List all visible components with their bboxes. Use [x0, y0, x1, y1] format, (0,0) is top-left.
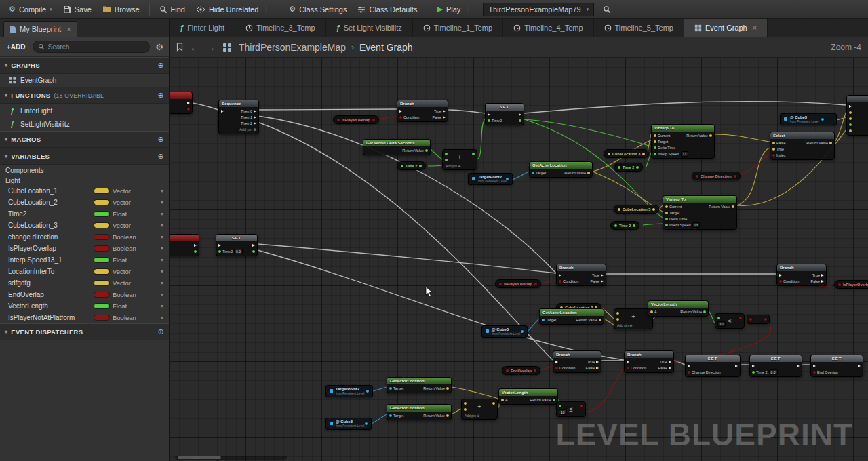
data-pin[interactable]	[445, 153, 448, 155]
section-event-dispatchers[interactable]: ▾EVENT DISPATCHERS⊕	[0, 323, 169, 340]
node-get-time2-3[interactable]: Time 2	[610, 221, 639, 230]
item-eventgraph[interactable]: EventGraph	[0, 74, 169, 87]
toolbar-search-button[interactable]	[599, 3, 614, 16]
category-components[interactable]: Components	[0, 165, 169, 175]
exec-pin[interactable]	[519, 113, 521, 116]
output-pin[interactable]	[365, 422, 368, 425]
node-get-actor-location-3[interactable]: GetActorLocationTargetReturn Value	[387, 377, 452, 393]
data-pin[interactable]	[446, 387, 449, 390]
node-get-cubelocation5[interactable]: CubeLocation 5	[614, 205, 659, 214]
node-sequence[interactable]: SequenceThen 0Then 1Then 2Add pin ⊕	[218, 100, 259, 134]
node-add-float[interactable]: +Add pin ⊕	[442, 149, 477, 170]
data-pin[interactable]	[616, 312, 619, 315]
data-pin[interactable]	[764, 318, 767, 321]
data-pin[interactable]	[425, 149, 428, 152]
exec-pin[interactable]	[488, 113, 490, 116]
data-pin[interactable]	[399, 116, 402, 119]
variable-interp-speed13-1[interactable]: Interp Speed13_1Float▾	[0, 254, 169, 266]
node-get-changedirection[interactable]: Change Direction	[692, 172, 741, 180]
breadcrumb-map[interactable]: ThirdPersonExampleMap	[239, 42, 346, 53]
tab-finter-light[interactable]: ƒFinter Light	[170, 19, 235, 37]
output-pin[interactable]	[372, 119, 375, 121]
data-pin[interactable]	[464, 402, 467, 405]
class-settings-button[interactable]: ⚙Class Settings	[284, 3, 351, 16]
data-pin[interactable]	[252, 250, 255, 253]
node-get-isplayeroverlap-2[interactable]: IsPlayerOverlap	[495, 279, 541, 288]
data-pin[interactable]	[772, 142, 775, 144]
chevron-down-icon[interactable]: ▾	[161, 211, 163, 217]
chevron-down-icon[interactable]: ▾	[161, 257, 163, 263]
graph-canvas[interactable]: LEVEL BLUEPRINT SequenceThen 0Then 1Then…	[170, 58, 868, 461]
chevron-down-icon[interactable]: ▾	[161, 188, 163, 194]
data-pin[interactable]	[772, 148, 775, 151]
data-pin[interactable]	[752, 371, 755, 374]
pin-value[interactable]: 10	[717, 321, 726, 327]
section-graphs[interactable]: ▾GRAPHS⊕	[0, 57, 169, 74]
data-pin[interactable]	[187, 108, 190, 111]
add-icon[interactable]: ⊕	[157, 91, 164, 100]
exec-pin[interactable]	[399, 110, 402, 113]
exec-pin[interactable]	[779, 274, 782, 277]
exec-pin[interactable]	[752, 365, 755, 367]
variable-sdfgdfg[interactable]: sdfgdfgVector▾	[0, 277, 169, 289]
level-dropdown[interactable]: ThirdPersonExampleMap79 ▾	[483, 3, 594, 16]
data-pin[interactable]	[559, 280, 561, 283]
chevron-down-icon[interactable]: ▾	[161, 268, 163, 275]
data-pin[interactable]	[446, 414, 449, 417]
variable-cubelocation-1[interactable]: CubeLocation_1Vector▾	[0, 185, 169, 197]
variable-isplayeroverlap[interactable]: IsPlayerOverlapBoolean▾	[0, 243, 169, 254]
tab-timeline-3-temp[interactable]: Timeline_3_Temp	[235, 19, 326, 37]
search-input[interactable]	[48, 43, 145, 51]
node-set-endoverlap[interactable]: SETEnd Overlap	[810, 355, 863, 377]
node-vector-length-1[interactable]: VectorLengthAReturn Value	[648, 300, 709, 317]
item-setlightvisibilitz[interactable]: ƒSetLightVisibilitz	[0, 117, 169, 131]
add-pin-label[interactable]: Add pin ⊕	[462, 414, 497, 419]
chevron-down-icon[interactable]: ▾	[161, 199, 163, 205]
node-branch-1[interactable]: BranchTrueConditionFalse	[397, 100, 448, 122]
play-button[interactable]: ▶Play⋮	[432, 3, 476, 16]
add-icon[interactable]: ⊕	[157, 152, 164, 161]
add-pin-label[interactable]: Add pin ⊕	[614, 323, 652, 329]
exec-pin[interactable]	[443, 110, 446, 113]
data-pin[interactable]	[389, 414, 392, 417]
node-less-equal-2[interactable]: 10≤	[556, 401, 586, 417]
output-pin[interactable]	[734, 175, 736, 178]
node-set-changedirection[interactable]: SETChange Direction	[685, 355, 741, 377]
pin-value[interactable]: 0.0	[769, 369, 778, 375]
node-get-endoverlap[interactable]: EndOverlap	[502, 366, 540, 375]
data-pin[interactable]	[732, 205, 734, 208]
exec-pin[interactable]	[252, 244, 255, 247]
item-finterlight[interactable]: ƒFinterLight	[0, 104, 169, 117]
data-pin[interactable]	[779, 280, 782, 283]
output-pin[interactable]	[521, 330, 524, 333]
tab-timeline-4-temp[interactable]: Timeline_4_Temp	[503, 19, 593, 37]
data-pin[interactable]	[650, 310, 653, 313]
section-functions[interactable]: ▾FUNCTIONS(18 OVERRIDABL⊕	[0, 87, 169, 104]
node-get-actor-location-1[interactable]: GetActorLocationTargetReturn Value	[529, 161, 593, 178]
tab-set-light-visibilitz[interactable]: ƒSet Light Visibilitz	[326, 19, 413, 37]
close-icon[interactable]: ×	[753, 24, 757, 32]
node-get-actor-location-2[interactable]: GetActorLocationTargetReturn Value	[539, 308, 604, 325]
tab-my-blueprint[interactable]: My Blueprint ×	[3, 21, 77, 37]
data-pin[interactable]	[445, 159, 448, 161]
data-pin[interactable]	[654, 134, 656, 137]
variable-vectorlength[interactable]: VectorLengthFloat▾	[0, 300, 169, 312]
category-light[interactable]: Light	[0, 175, 169, 185]
options-menu-icon[interactable]: ⋮	[465, 5, 471, 13]
exec-pin[interactable]	[797, 365, 800, 367]
add-button[interactable]: +ADD	[4, 42, 28, 52]
data-pin[interactable]	[559, 405, 561, 407]
data-pin[interactable]	[829, 142, 832, 144]
data-pin[interactable]	[627, 367, 629, 369]
data-pin[interactable]	[555, 367, 558, 369]
variable-locationinterto[interactable]: LocationInterToVector▾	[0, 266, 169, 277]
chevron-down-icon[interactable]: ▾	[161, 222, 163, 228]
data-pin[interactable]	[599, 319, 601, 321]
node-event-b[interactable]	[170, 234, 199, 256]
breadcrumb-page[interactable]: Event Graph	[359, 42, 413, 53]
chevron-down-icon[interactable]: ▾	[161, 234, 163, 240]
node-cube3-3[interactable]: @ Cube3from Persistent Level	[326, 418, 372, 430]
data-pin[interactable]	[492, 402, 495, 405]
node-set-time2-2[interactable]: SETTime20.0	[216, 234, 258, 256]
data-pin[interactable]	[580, 405, 583, 407]
